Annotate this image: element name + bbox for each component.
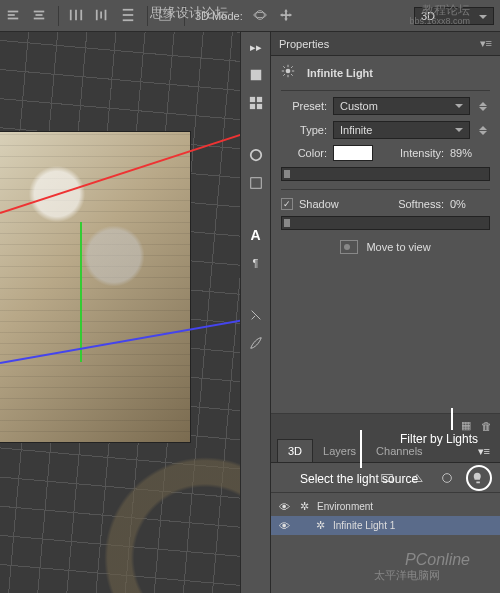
light-icon: ✲ — [313, 519, 327, 532]
svg-line-33 — [283, 74, 285, 76]
distribute-icon[interactable] — [121, 8, 137, 24]
layer-row[interactable]: 👁 ✲ Environment — [271, 497, 500, 516]
layer-row[interactable]: 👁 ✲ Infinite Light 1 — [271, 516, 500, 535]
layer-name: Environment — [317, 501, 494, 512]
tool-preset-icon[interactable] — [247, 306, 265, 324]
align-icon[interactable] — [32, 8, 48, 24]
shadow-label: Shadow — [299, 198, 339, 210]
svg-rect-18 — [250, 70, 261, 81]
properties-title: Properties — [279, 38, 329, 50]
divider — [147, 6, 148, 26]
svg-point-35 — [443, 473, 452, 482]
collapse-icon[interactable]: ▸▸ — [247, 38, 265, 56]
panel-menu-icon[interactable]: ▾≡ — [474, 441, 494, 462]
divider — [58, 6, 59, 26]
watermark: PConline — [405, 551, 470, 569]
filter-bar — [271, 463, 500, 493]
visibility-icon[interactable]: 👁 — [277, 501, 291, 513]
styles-icon[interactable] — [247, 174, 265, 192]
type-select[interactable]: Infinite — [333, 121, 470, 139]
environment-icon: ✲ — [297, 500, 311, 513]
svg-rect-34 — [382, 474, 393, 481]
axis-y[interactable] — [80, 222, 82, 362]
character-icon[interactable]: A — [247, 226, 265, 244]
intensity-label: Intensity: — [400, 147, 444, 159]
tab-channels[interactable]: Channels — [366, 440, 432, 462]
svg-rect-20 — [256, 97, 261, 102]
svg-rect-0 — [8, 10, 19, 12]
layer-name: Infinite Light 1 — [333, 520, 494, 531]
svg-rect-13 — [123, 14, 134, 16]
svg-rect-14 — [123, 19, 134, 21]
paragraph-icon[interactable]: ¶ — [247, 254, 265, 272]
svg-rect-24 — [250, 178, 261, 189]
distribute-icon[interactable] — [95, 8, 111, 24]
distribute-icon[interactable] — [69, 8, 85, 24]
properties-panel: Infinite Light Preset: Custom Type: Infi… — [271, 56, 500, 272]
svg-line-31 — [291, 74, 293, 76]
properties-header: Properties ▾≡ — [271, 32, 500, 56]
svg-rect-21 — [249, 104, 254, 109]
canvas-content — [0, 132, 190, 442]
filter-whole-icon[interactable] — [376, 468, 398, 488]
svg-rect-3 — [34, 10, 45, 12]
filter-mesh-icon[interactable] — [406, 468, 428, 488]
pan-icon[interactable] — [279, 8, 295, 24]
render-icon[interactable]: ▦ — [461, 419, 471, 432]
filter-lights-icon[interactable] — [466, 465, 492, 491]
svg-point-25 — [286, 69, 291, 74]
lower-panel-tabs: 3D Layers Channels ▾≡ — [271, 437, 500, 463]
light-name: Infinite Light — [307, 67, 373, 79]
svg-rect-5 — [34, 17, 45, 19]
watermark: bbs.16xx8.com — [409, 16, 470, 26]
light-type-icon[interactable] — [281, 64, 299, 82]
svg-rect-6 — [70, 9, 72, 20]
color-label: Color: — [281, 147, 327, 159]
preset-label: Preset: — [281, 100, 327, 112]
color-icon[interactable] — [247, 66, 265, 84]
type-stepper-icon[interactable] — [476, 122, 490, 139]
svg-line-32 — [291, 66, 293, 68]
adjustments-icon[interactable] — [247, 146, 265, 164]
panel-menu-icon[interactable]: ▾≡ — [480, 37, 492, 50]
trash-icon[interactable]: 🗑 — [481, 420, 492, 432]
shadow-checkbox[interactable] — [281, 198, 293, 210]
viewport[interactable] — [0, 32, 240, 593]
color-swatch[interactable] — [333, 145, 373, 161]
filter-material-icon[interactable] — [436, 468, 458, 488]
svg-rect-19 — [249, 97, 254, 102]
watermark: 太平洋电脑网 — [374, 568, 440, 583]
swatches-icon[interactable] — [247, 94, 265, 112]
intensity-value[interactable]: 89% — [450, 147, 490, 159]
svg-rect-7 — [75, 9, 77, 20]
preset-select[interactable]: Custom — [333, 97, 470, 115]
svg-rect-8 — [80, 9, 82, 20]
svg-point-23 — [250, 150, 261, 161]
intensity-slider[interactable] — [281, 167, 490, 181]
move-to-view-icon[interactable] — [340, 240, 358, 254]
watermark: 思缘设计论坛 — [150, 4, 228, 22]
softness-slider[interactable] — [281, 216, 490, 230]
svg-rect-22 — [256, 104, 261, 109]
align-icon[interactable] — [6, 8, 22, 24]
brush-icon[interactable] — [247, 334, 265, 352]
svg-line-30 — [283, 66, 285, 68]
svg-rect-11 — [105, 9, 107, 20]
softness-value[interactable]: 0% — [450, 198, 490, 210]
svg-rect-4 — [36, 14, 43, 16]
softness-label: Softness: — [398, 198, 444, 210]
svg-rect-9 — [96, 9, 98, 20]
svg-rect-2 — [8, 17, 19, 19]
svg-rect-1 — [8, 14, 15, 16]
orbit-icon[interactable] — [253, 8, 269, 24]
svg-rect-12 — [123, 8, 134, 10]
visibility-icon[interactable]: 👁 — [277, 520, 291, 532]
tab-3d[interactable]: 3D — [277, 439, 313, 462]
svg-rect-10 — [100, 11, 102, 18]
properties-footer: ▦ 🗑 — [271, 413, 500, 437]
tab-layers[interactable]: Layers — [313, 440, 366, 462]
move-to-view-button[interactable]: Move to view — [366, 241, 430, 253]
preset-stepper-icon[interactable] — [476, 98, 490, 115]
type-label: Type: — [281, 124, 327, 136]
vertical-dock: ▸▸ A ¶ — [240, 32, 270, 593]
